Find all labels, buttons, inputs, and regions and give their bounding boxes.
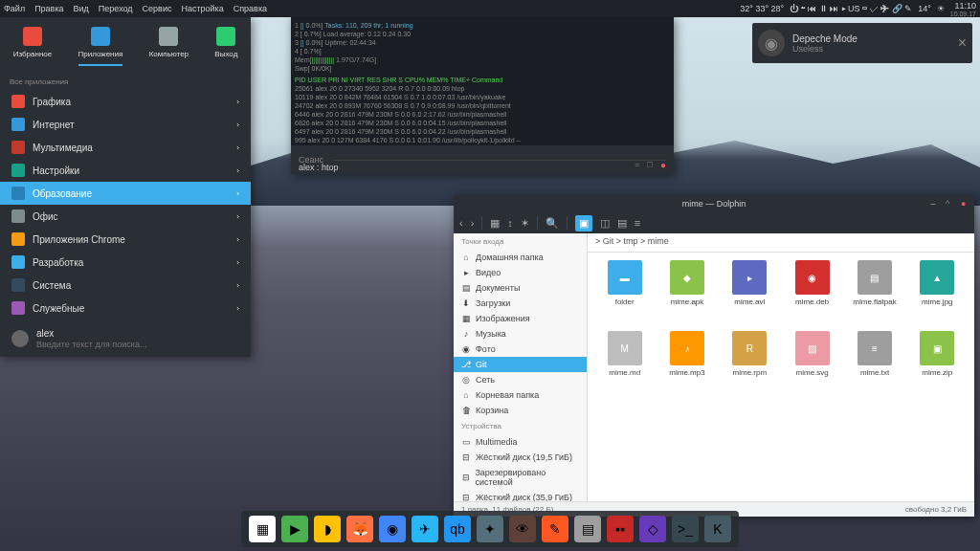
user-avatar[interactable] [11,330,29,347]
sidebar-item[interactable]: ⎇Git [454,357,587,372]
sidebar-item[interactable]: ▤Документы [454,280,587,296]
file-item[interactable]: ▲mime.jpg [908,260,967,327]
dock-item[interactable]: ◉ [379,516,406,542]
terminal-title: alex : htop [299,163,339,172]
file-item[interactable]: Rmime.rpm [721,331,779,398]
dock-item[interactable]: 🦊 [346,516,373,542]
breadcrumb[interactable]: > Git > tmp > mime [588,233,974,253]
sidebar-item[interactable]: ▦Изображения [454,311,587,326]
dock-item[interactable]: 👁 [509,516,536,542]
sidebar-item[interactable]: 🗑Корзина [454,403,587,418]
file-item[interactable]: ▬folder [595,260,654,327]
dock-item[interactable]: ✦ [477,516,503,542]
menu-переход[interactable]: Переход [99,4,133,13]
nav-back-icon[interactable]: ‹ [459,217,463,229]
sidebar-item[interactable]: ⬇Загрузки [454,296,587,311]
file-item[interactable]: ▧mime.svg [783,331,841,398]
sidebar-item[interactable]: ◉Фото [454,342,587,357]
sidebar-item[interactable]: ⌂Корневая папка [454,387,587,403]
dock-item[interactable]: qb [444,516,471,542]
htop-header: PID USER PRI NI VIRT RES SHR S CPU% MEM%… [295,76,670,84]
htop-row[interactable]: 10119 alex 20 0 842M 78484 61504 S 0.7 1… [295,93,670,101]
launcher-item[interactable]: Разработка› [0,251,251,274]
htop-row[interactable]: 6497 alex 20 0 2816 479M 230M S 0.0 6.0 … [295,127,670,136]
terminal-max-icon[interactable]: □ [648,160,653,170]
sidebar-item[interactable]: ⌂Домашняя папка [454,250,587,265]
brightness-icon[interactable]: ☀ [937,4,945,13]
htop-load: Load average: 0.12 0.24 0.30 [323,31,411,37]
view-preview-icon[interactable]: ▣ [575,215,592,231]
launcher-item[interactable]: Мультимедиа› [0,136,251,159]
htop-row[interactable]: 25061 alex 20 0 27340 5952 3204 R 0.7 0.… [295,84,670,93]
window-max-icon[interactable]: ^ [946,199,955,209]
window-min-icon[interactable]: ‒ [930,199,940,209]
search-icon[interactable]: 🔍 [546,217,559,230]
dock-item[interactable]: ▶ [281,516,308,542]
view-list-icon[interactable]: ≡ [635,217,640,229]
view-icons-icon[interactable]: ▦ [490,217,500,230]
menu-справка[interactable]: Справка [234,4,267,13]
launcher-tab-1[interactable]: Приложения [78,27,123,66]
sidebar-item[interactable]: ⊟Зарезервировано системой [454,465,587,490]
file-item[interactable]: ▣mime.zip [908,331,967,398]
menu-настройка[interactable]: Настройка [181,4,223,13]
clock-time[interactable]: 11:10 [950,1,976,11]
view-config-icon[interactable]: ✶ [521,217,529,230]
sidebar-item[interactable]: ▸Видео [454,265,587,280]
menu-вид[interactable]: Вид [74,4,89,13]
dock-item[interactable]: ▪▪ [607,516,634,542]
view-split-icon[interactable]: ◫ [600,217,610,230]
sidebar-item[interactable]: ⊟Жёсткий диск (19,5 ГиБ) [454,450,587,465]
dock-item[interactable]: ◇ [639,516,666,542]
dock-item[interactable]: ✈ [412,516,438,542]
file-item[interactable]: Mmime.md [595,331,654,398]
launcher-tab-0[interactable]: Избранное [13,27,53,66]
dock-item[interactable]: ◗ [314,516,341,542]
file-item[interactable]: ≡mime.txt [845,331,903,398]
launcher-item[interactable]: Служебные› [0,297,251,320]
dock-item[interactable]: >_ [672,516,699,542]
nav-forward-icon[interactable]: › [471,217,475,229]
dock-item[interactable]: ▤ [574,516,601,542]
launcher-item[interactable]: Интернет› [0,113,251,136]
launcher-item[interactable]: Образование› [0,182,251,205]
notification: ◉ Depeche Mode Useless × [752,23,972,63]
notification-close-icon[interactable]: × [958,34,967,52]
htop-row[interactable]: 6826 alex 20 0 2816 479M 230M S 0.0 6.0 … [295,119,670,127]
tray-indicators[interactable]: ⏻ ☁ ⏮ ⏸ ⏭ ▶ US ▭ ✓ ✈ 🔗 ✎ [790,4,912,13]
menu-файл[interactable]: Файл [4,4,25,13]
terminal-close-icon[interactable]: ● [660,160,666,170]
htop-row[interactable]: 995 alex 20 0 127M 6384 4176 S 0.0 0.1 0… [295,136,670,144]
dock-item[interactable]: ▦ [249,516,276,542]
sidebar-item[interactable]: ◎Сеть [454,372,587,387]
launcher-tab-2[interactable]: Компьютер [149,27,189,66]
launcher-item[interactable]: Приложения Chrome› [0,228,251,251]
user-name: alex [36,328,239,339]
file-item[interactable]: ▤mime.flatpak [845,260,903,327]
launcher-item[interactable]: Система› [0,274,251,297]
terminal-min-icon[interactable]: = [635,160,639,170]
view-sort-icon[interactable]: ↕ [507,217,513,229]
file-item[interactable]: ◉mime.deb [783,260,841,327]
sidebar-item[interactable]: ♪Музыка [454,326,587,342]
window-close-icon[interactable]: ● [961,199,970,209]
search-input[interactable] [36,340,239,349]
htop-row[interactable]: 24702 alex 20 0 893M 76760 56308 S 0.7 0… [295,101,670,110]
dock-item[interactable]: K [704,516,731,542]
sidebar-item[interactable]: ⊟Жёсткий диск (35,9 ГиБ) [454,490,587,501]
sidebar-item[interactable]: ▭Multimedia [454,434,587,450]
launcher-item[interactable]: Графика› [0,90,251,113]
launcher-item[interactable]: Офис› [0,205,251,228]
file-item[interactable]: ◆mime.apk [657,260,716,327]
menu-сервис[interactable]: Сервис [143,4,172,13]
htop-uptime: Uptime: 02:44:34 [324,39,375,46]
launcher-item[interactable]: Настройки› [0,159,251,182]
launcher-tab-3[interactable]: Выход [214,27,237,66]
htop-row[interactable]: 6446 alex 20 0 2816 479M 230M S 0.0 6.0 … [295,110,670,119]
terminal-window: 1 [| 0.0%] Tasks: 110, 209 thr; 1 runnin… [291,17,674,174]
dock-item[interactable]: ✎ [542,516,568,542]
menu-правка[interactable]: Правка [34,4,63,13]
view-panel-icon[interactable]: ▤ [617,217,627,230]
file-item[interactable]: ▸mime.avi [721,260,779,327]
file-item[interactable]: ♪mime.mp3 [657,331,716,398]
